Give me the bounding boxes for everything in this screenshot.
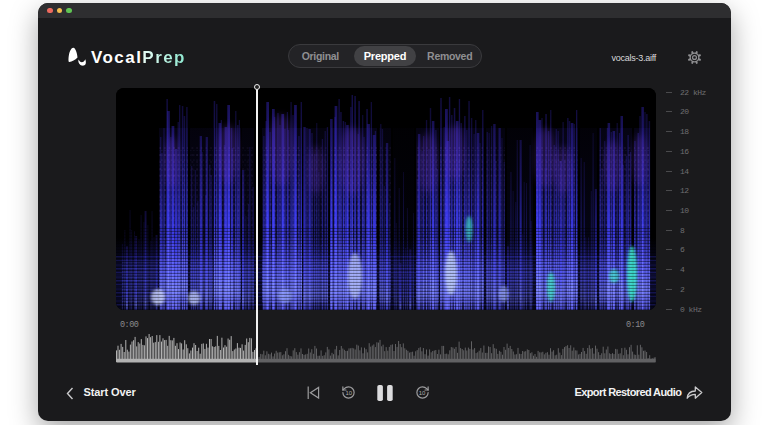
svg-text:10: 10 bbox=[346, 390, 353, 396]
svg-text:10: 10 bbox=[419, 390, 426, 396]
